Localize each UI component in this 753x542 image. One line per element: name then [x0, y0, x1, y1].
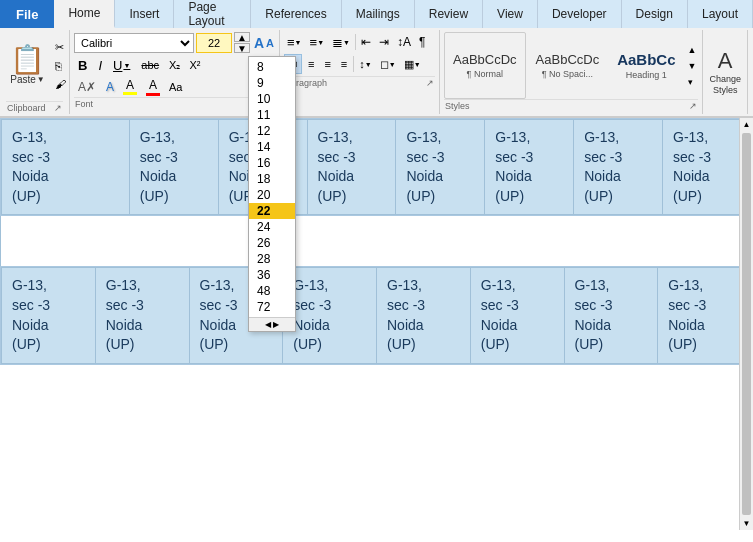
styles-scroll-arrows: ▲ ▼ ▾ — [686, 32, 699, 99]
italic-button[interactable]: I — [94, 55, 106, 75]
text-effects-button[interactable]: A — [103, 77, 117, 97]
font-size-option-10[interactable]: 10 — [249, 91, 295, 107]
editing-button[interactable]: Editi... — [748, 30, 753, 114]
numbering-button[interactable]: ≡▼ — [307, 32, 328, 52]
underline-button[interactable]: U▼ — [109, 55, 134, 75]
style-nospacing-preview: AaBbCcDc — [536, 52, 600, 67]
superscript-button[interactable]: X² — [186, 55, 203, 75]
copy-icon: ⎘ — [55, 60, 62, 72]
scroll-thumb[interactable] — [742, 133, 751, 515]
clear-format-button[interactable]: A✗ — [74, 77, 100, 97]
font-size-option-8[interactable]: 8 — [249, 59, 295, 75]
font-size-up-arrow[interactable]: ▲ — [234, 32, 250, 42]
table-cell[interactable]: G-13,sec -3Noida(UP) — [283, 268, 377, 363]
bullets-button[interactable]: ≡▼ — [284, 32, 305, 52]
strikethrough-button[interactable]: abc — [137, 55, 163, 75]
table-row: G-13,sec -3Noida(UP) G-13,sec -3Noida(UP… — [2, 268, 752, 363]
document-table-top: G-13,sec -3Noida(UP) G-13,sec -3Noida(UP… — [1, 119, 752, 215]
table-cell[interactable]: G-13,sec -3Noida(UP) — [574, 120, 663, 215]
between-tables-space — [0, 216, 753, 266]
tab-review[interactable]: Review — [415, 0, 483, 28]
highlight-color-button[interactable]: A — [120, 77, 140, 97]
clipboard-secondary: ✂ ⎘ 🖌 — [51, 30, 70, 101]
font-name-select[interactable]: Calibri — [74, 33, 194, 53]
table-cell[interactable]: G-13,sec -3Noida(UP) — [396, 120, 485, 215]
border-button[interactable]: ▦▼ — [401, 54, 424, 74]
table-cell[interactable]: G-13,sec -3Noida(UP) — [485, 120, 574, 215]
copy-button[interactable]: ⎘ — [53, 59, 68, 73]
table-cell[interactable]: G-13,sec -3Noida(UP) — [2, 120, 130, 215]
font-size-option-11[interactable]: 11 — [249, 107, 295, 123]
table-cell[interactable]: G-13,sec -3Noida(UP) — [2, 268, 96, 363]
tab-insert[interactable]: Insert — [115, 0, 174, 28]
table-cell[interactable]: G-13,sec -3Noida(UP) — [377, 268, 471, 363]
cell-content: G-13,sec -3Noida(UP) — [387, 276, 460, 354]
style-normal-item[interactable]: AaBbCcDc ¶ Normal — [444, 32, 526, 99]
styles-scroll-up[interactable]: ▲ — [686, 43, 699, 57]
cut-button[interactable]: ✂ — [53, 40, 68, 55]
multilevel-list-button[interactable]: ≣▼ — [329, 32, 353, 52]
scroll-down-button[interactable]: ▼ — [740, 517, 753, 530]
subscript-button[interactable]: X₂ — [166, 55, 183, 75]
tab-design[interactable]: Design — [622, 0, 688, 28]
paste-label: Paste ▼ — [10, 74, 45, 85]
font-size-input[interactable] — [196, 33, 232, 53]
paste-button[interactable]: 📋 Paste ▼ — [6, 30, 49, 101]
table-section-top: G-13,sec -3Noida(UP) G-13,sec -3Noida(UP… — [0, 118, 753, 216]
tab-layout[interactable]: Layout — [688, 0, 753, 28]
font-size-option-48[interactable]: 48 — [249, 283, 295, 299]
font-size-option-26[interactable]: 26 — [249, 235, 295, 251]
font-size-option-36[interactable]: 36 — [249, 267, 295, 283]
change-case-button[interactable]: Aa — [166, 77, 185, 97]
tab-view[interactable]: View — [483, 0, 538, 28]
font-size-option-28[interactable]: 28 — [249, 251, 295, 267]
shading-button[interactable]: ◻▼ — [377, 54, 399, 74]
font-size-option-14[interactable]: 14 — [249, 139, 295, 155]
font-color-button[interactable]: A — [143, 77, 163, 97]
font-size-option-22[interactable]: 22 — [249, 203, 295, 219]
format-painter-button[interactable]: 🖌 — [53, 77, 68, 91]
font-grow-button[interactable]: A — [254, 35, 264, 51]
font-size-down-arrow[interactable]: ▼ — [234, 43, 250, 53]
styles-more-button[interactable]: ▾ — [686, 75, 699, 89]
justify-button[interactable]: ≡ — [337, 54, 351, 74]
tab-references[interactable]: References — [251, 0, 341, 28]
sort-button[interactable]: ↕A — [394, 32, 414, 52]
line-spacing-button[interactable]: ↕▼ — [356, 54, 374, 74]
para-divider1 — [355, 34, 356, 50]
clipboard-expand-icon[interactable]: ↗ — [54, 103, 62, 113]
table-cell[interactable]: G-13,sec -3Noida(UP) — [95, 268, 189, 363]
font-size-option-12[interactable]: 12 — [249, 123, 295, 139]
tab-home[interactable]: Home — [54, 0, 115, 28]
tab-developer[interactable]: Developer — [538, 0, 622, 28]
styles-expand-icon[interactable]: ↗ — [689, 101, 697, 111]
tab-mailings[interactable]: Mailings — [342, 0, 415, 28]
increase-indent-button[interactable]: ⇥ — [376, 32, 392, 52]
vertical-scrollbar[interactable]: ▲ ▼ — [739, 118, 753, 530]
decrease-indent-button[interactable]: ⇤ — [358, 32, 374, 52]
change-styles-button[interactable]: A Change Styles — [703, 30, 748, 114]
font-size-option-9[interactable]: 9 — [249, 75, 295, 91]
table-cell[interactable]: G-13,sec -3Noida(UP) — [564, 268, 658, 363]
align-right-button[interactable]: ≡ — [320, 54, 334, 74]
font-size-option-18[interactable]: 18 — [249, 171, 295, 187]
style-nospacing-item[interactable]: AaBbCcDc ¶ No Spaci... — [528, 32, 608, 99]
show-formatting-button[interactable]: ¶ — [416, 32, 428, 52]
styles-scroll-down[interactable]: ▼ — [686, 59, 699, 73]
tab-page-layout[interactable]: Page Layout — [174, 0, 251, 28]
table-cell[interactable]: G-13,sec -3Noida(UP) — [307, 120, 396, 215]
table-cell[interactable]: G-13,sec -3Noida(UP) — [129, 120, 218, 215]
align-center-button[interactable]: ≡ — [304, 54, 318, 74]
font-size-option-72[interactable]: 72 — [249, 299, 295, 315]
table-cell[interactable]: G-13,sec -3Noida(UP) — [470, 268, 564, 363]
table-cell[interactable]: G-13,sec -3Noida(UP) — [658, 268, 752, 363]
font-size-option-16[interactable]: 16 — [249, 155, 295, 171]
font-shrink-button[interactable]: A — [266, 37, 274, 49]
style-heading1-item[interactable]: AaBbCc Heading 1 — [609, 32, 683, 99]
scroll-up-button[interactable]: ▲ — [740, 118, 753, 131]
font-size-option-20[interactable]: 20 — [249, 187, 295, 203]
bold-button[interactable]: B — [74, 55, 91, 75]
tab-file[interactable]: File — [0, 0, 54, 28]
font-size-option-24[interactable]: 24 — [249, 219, 295, 235]
paragraph-expand-icon[interactable]: ↗ — [426, 78, 434, 88]
